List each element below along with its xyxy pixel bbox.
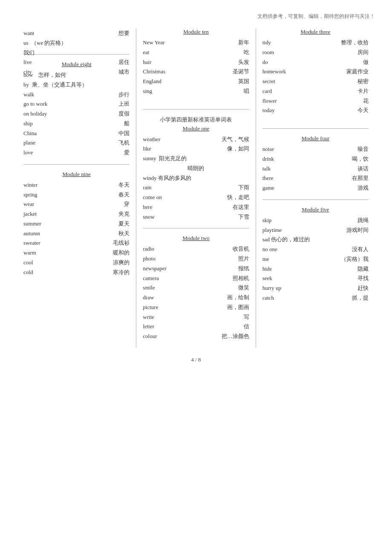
word-zh: 冬天 [118, 180, 130, 190]
word-zh: 春天 [118, 190, 130, 200]
word-row: catch 抓，提 [262, 293, 369, 303]
module-two-title: Module two [143, 235, 249, 242]
word-zh: 夏天 [118, 219, 130, 229]
word-en: camera [143, 274, 181, 283]
word-en: room [262, 48, 301, 58]
word-row: smile 微笑 [143, 283, 249, 293]
word-zh: 赶快 [357, 283, 369, 293]
module-nine-title: Module nine [23, 171, 130, 178]
word-zh: 居住 [118, 58, 130, 67]
word-en: sing [143, 87, 181, 96]
page-number: 4 / 8 [17, 356, 375, 363]
word-zh: 下雪 [238, 212, 249, 222]
word-row: card 卡片 [262, 87, 369, 96]
word-row: there 在那里 [262, 173, 369, 183]
word-row: spring 春天 [23, 190, 130, 200]
word-en: summer [23, 219, 62, 229]
word-row: hurry up 赶快 [262, 283, 369, 293]
module-three-title: Module three [262, 29, 369, 35]
word-en: noise [262, 145, 301, 154]
word-zh: 城市 [118, 67, 130, 77]
word-en: go to work [23, 99, 62, 109]
word-en: smile [143, 283, 181, 293]
word-zh: 照片 [238, 254, 249, 264]
module-four-section: Module four noise 噪音 drink 喝，饮 talk 谈话 t… [262, 129, 369, 199]
word-row: winter 冬天 [23, 180, 130, 190]
word-zh: 穿 [124, 199, 130, 209]
word-en: wear [23, 199, 62, 209]
word-en: eat [143, 48, 181, 58]
column-3: Module three tidy 整理，收拾 room 房间 do 做 hom… [256, 29, 375, 348]
word-en: seek [262, 274, 301, 283]
word-zh: （宾格）我 [341, 254, 369, 264]
word-en: no one [262, 245, 301, 254]
word-zh: 上班 [118, 99, 130, 109]
word-en: by 乘、坐（交通工具等） [23, 80, 87, 90]
word-en: skip [262, 216, 301, 225]
page-container: 文档供参考，可复制、编辑，期待您的好评与关注！ want 想要 us （we 的… [0, 0, 392, 555]
word-zh: 秘密 [357, 77, 369, 87]
word-zh: 今天 [357, 106, 369, 116]
word-en: game [262, 183, 301, 193]
word-row: cold 寒冷的 [23, 268, 130, 278]
word-row: here 在这里 [143, 202, 249, 212]
word-zh: 在这里 [233, 202, 249, 212]
word-en: playtime [262, 225, 301, 235]
word-en: me [262, 254, 301, 264]
book-title: 小学第四册新标准英语单词表 [143, 116, 249, 124]
top-words-section: want 想要 us （we 的宾格） 我们 live 居住 city 城市 [23, 29, 130, 41]
word-zh: 吃 [244, 48, 249, 58]
module-five-section: Module five skip 跳绳 playtime 游戏时间 sad 伤心… [262, 200, 369, 309]
word-row: drink 喝，饮 [262, 154, 369, 164]
word-row: summer 夏天 [23, 219, 130, 229]
word-row: want 想要 [23, 29, 130, 38]
word-zh: 画，图画 [227, 303, 249, 312]
word-zh: 照相机 [233, 274, 249, 283]
word-en: windy 有风的多风的 [143, 175, 191, 181]
word-row: do 做 [262, 58, 369, 67]
word-zh: 英国 [238, 77, 249, 87]
word-row: hide 隐藏 [262, 264, 369, 274]
word-row: eat 吃 [143, 48, 249, 58]
word-en: snow [143, 212, 181, 222]
module-eight-section: Module eight how 怎样，如何 by 乘、坐（交通工具等） wal… [23, 55, 130, 164]
word-row: write 写 [143, 312, 249, 322]
word-zh: 游戏时间 [346, 225, 369, 235]
word-zh: 暖和的 [113, 248, 130, 258]
word-zh: 在那里 [352, 173, 369, 183]
word-en: hurry up [262, 283, 301, 293]
module-nine-section: Module nine winter 冬天 spring 春天 wear 穿 j… [23, 165, 130, 284]
word-row: walk 步行 [23, 90, 130, 100]
word-row: sing 唱 [143, 87, 249, 96]
word-zh: 抓，提 [352, 293, 369, 303]
word-row: colour 把…涂颜色 [143, 332, 249, 341]
word-zh: 爱 [124, 148, 130, 158]
word-en: hair [143, 58, 181, 67]
word-en: 我们 [23, 48, 62, 58]
word-zh: 夹克 [118, 209, 130, 219]
word-row: go to work 上班 [23, 99, 130, 109]
word-en: Christmas [143, 67, 181, 77]
word-row: seek 寻找 [262, 274, 369, 283]
word-row: sad 伤心的，难过的 [262, 235, 369, 245]
word-zh: 写 [244, 312, 249, 322]
word-en: on holiday [23, 109, 62, 119]
word-zh: 新年 [238, 38, 249, 48]
word-en: write [143, 312, 181, 322]
top-note: 文档供参考，可复制、编辑，期待您的好评与关注！ [17, 13, 375, 20]
word-zh: 画，绘制 [227, 293, 249, 303]
word-en: secret [262, 77, 301, 87]
word-en: walk [23, 90, 62, 100]
word-en: colour [143, 332, 181, 341]
word-row: photo 照片 [143, 254, 249, 264]
word-en: England [143, 77, 181, 87]
word-zh: 飞机 [118, 138, 130, 148]
module-one-title: Module one [143, 125, 249, 132]
word-en: sunny 阳光充足的 [143, 155, 187, 162]
word-en: weather [143, 135, 181, 145]
word-en: come on [143, 193, 181, 202]
word-en: there [262, 173, 301, 183]
word-en: here [143, 202, 181, 212]
word-en: how 怎样，如何 [23, 70, 66, 80]
word-zh: 收音机 [233, 244, 249, 254]
